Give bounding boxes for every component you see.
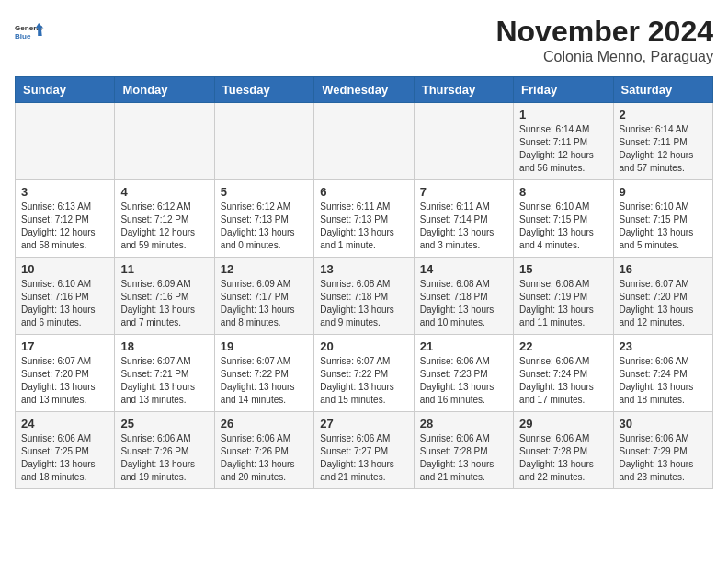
day-number: 5 [221,185,308,199]
table-row: 30Sunrise: 6:06 AMSunset: 7:29 PMDayligh… [613,412,712,489]
day-info: Sunrise: 6:13 AMSunset: 7:12 PMDaylight:… [21,201,108,252]
day-info: Sunrise: 6:08 AMSunset: 7:18 PMDaylight:… [320,278,407,329]
day-number: 16 [620,262,707,276]
day-number: 8 [519,185,607,199]
day-info: Sunrise: 6:10 AMSunset: 7:15 PMDaylight:… [620,201,707,252]
table-row: 12Sunrise: 6:09 AMSunset: 7:17 PMDayligh… [214,258,313,335]
day-number: 29 [519,417,607,431]
day-info: Sunrise: 6:06 AMSunset: 7:24 PMDaylight:… [620,355,707,407]
table-row: 6Sunrise: 6:11 AMSunset: 7:13 PMDaylight… [314,180,414,258]
table-row: 15Sunrise: 6:08 AMSunset: 7:19 PMDayligh… [514,258,613,335]
main-title: November 2024 [495,15,713,49]
day-info: Sunrise: 6:14 AMSunset: 7:11 PMDaylight:… [519,123,607,175]
day-number: 24 [21,417,108,431]
table-row [414,103,513,180]
day-info: Sunrise: 6:06 AMSunset: 7:25 PMDaylight:… [21,432,108,484]
table-row: 10Sunrise: 6:10 AMSunset: 7:16 PMDayligh… [16,258,115,335]
table-row: 28Sunrise: 6:06 AMSunset: 7:28 PMDayligh… [414,412,513,489]
week-row-2: 3Sunrise: 6:13 AMSunset: 7:12 PMDaylight… [16,180,713,258]
day-info: Sunrise: 6:07 AMSunset: 7:22 PMDaylight:… [221,355,308,407]
table-row: 23Sunrise: 6:06 AMSunset: 7:24 PMDayligh… [613,335,712,412]
day-info: Sunrise: 6:07 AMSunset: 7:20 PMDaylight:… [21,355,108,407]
table-row: 21Sunrise: 6:06 AMSunset: 7:23 PMDayligh… [414,335,513,412]
day-number: 14 [420,262,507,276]
table-row: 17Sunrise: 6:07 AMSunset: 7:20 PMDayligh… [16,335,115,412]
day-number: 1 [519,108,607,121]
day-info: Sunrise: 6:10 AMSunset: 7:15 PMDaylight:… [519,201,607,252]
table-row: 18Sunrise: 6:07 AMSunset: 7:21 PMDayligh… [115,335,214,412]
day-number: 22 [519,339,607,353]
week-row-4: 17Sunrise: 6:07 AMSunset: 7:20 PMDayligh… [16,335,713,412]
day-info: Sunrise: 6:09 AMSunset: 7:17 PMDaylight:… [221,278,308,329]
day-number: 27 [320,417,407,431]
day-info: Sunrise: 6:14 AMSunset: 7:11 PMDaylight:… [620,123,707,175]
day-info: Sunrise: 6:06 AMSunset: 7:29 PMDaylight:… [620,432,707,484]
week-row-3: 10Sunrise: 6:10 AMSunset: 7:16 PMDayligh… [16,258,713,335]
day-info: Sunrise: 6:07 AMSunset: 7:22 PMDaylight:… [320,355,407,407]
day-number: 7 [420,185,507,199]
subtitle: Colonia Menno, Paraguay [495,49,713,65]
day-number: 28 [420,417,507,431]
header: GeneralBlue General Blue November 2024 C… [15,15,713,65]
header-tuesday: Tuesday [214,77,313,103]
day-info: Sunrise: 6:08 AMSunset: 7:19 PMDaylight:… [519,278,607,329]
table-row: 29Sunrise: 6:06 AMSunset: 7:28 PMDayligh… [514,412,613,489]
svg-text:Blue: Blue [15,32,31,40]
day-info: Sunrise: 6:11 AMSunset: 7:13 PMDaylight:… [320,201,407,252]
day-number: 21 [420,339,507,353]
day-number: 20 [320,339,407,353]
table-row: 25Sunrise: 6:06 AMSunset: 7:26 PMDayligh… [115,412,214,489]
calendar-table: Sunday Monday Tuesday Wednesday Thursday… [15,76,713,489]
table-row: 5Sunrise: 6:12 AMSunset: 7:13 PMDaylight… [214,180,313,258]
day-number: 9 [620,185,707,199]
day-number: 19 [221,339,308,353]
day-info: Sunrise: 6:06 AMSunset: 7:24 PMDaylight:… [519,355,607,407]
week-row-1: 1Sunrise: 6:14 AMSunset: 7:11 PMDaylight… [16,103,713,180]
day-info: Sunrise: 6:11 AMSunset: 7:14 PMDaylight:… [420,201,507,252]
table-row: 19Sunrise: 6:07 AMSunset: 7:22 PMDayligh… [214,335,313,412]
title-area: November 2024 Colonia Menno, Paraguay [495,15,713,65]
day-info: Sunrise: 6:06 AMSunset: 7:28 PMDaylight:… [420,432,507,484]
header-wednesday: Wednesday [314,77,414,103]
header-monday: Monday [115,77,214,103]
day-number: 3 [21,185,108,199]
day-info: Sunrise: 6:06 AMSunset: 7:26 PMDaylight:… [120,432,208,484]
day-info: Sunrise: 6:09 AMSunset: 7:16 PMDaylight:… [120,278,208,329]
day-info: Sunrise: 6:06 AMSunset: 7:28 PMDaylight:… [519,432,607,484]
day-info: Sunrise: 6:06 AMSunset: 7:23 PMDaylight:… [420,355,507,407]
day-number: 26 [221,417,308,431]
table-row: 20Sunrise: 6:07 AMSunset: 7:22 PMDayligh… [314,335,414,412]
table-row: 16Sunrise: 6:07 AMSunset: 7:20 PMDayligh… [613,258,712,335]
day-info: Sunrise: 6:07 AMSunset: 7:20 PMDaylight:… [620,278,707,329]
day-info: Sunrise: 6:06 AMSunset: 7:26 PMDaylight:… [221,432,308,484]
table-row: 24Sunrise: 6:06 AMSunset: 7:25 PMDayligh… [16,412,115,489]
table-row: 4Sunrise: 6:12 AMSunset: 7:12 PMDaylight… [115,180,214,258]
table-row: 22Sunrise: 6:06 AMSunset: 7:24 PMDayligh… [514,335,613,412]
day-number: 10 [21,262,108,276]
day-info: Sunrise: 6:07 AMSunset: 7:21 PMDaylight:… [120,355,208,407]
day-number: 6 [320,185,407,199]
table-row: 3Sunrise: 6:13 AMSunset: 7:12 PMDaylight… [16,180,115,258]
calendar-header-row: Sunday Monday Tuesday Wednesday Thursday… [16,77,713,103]
day-number: 11 [120,262,208,276]
table-row [214,103,313,180]
day-number: 2 [620,108,707,121]
day-number: 15 [519,262,607,276]
header-saturday: Saturday [613,77,712,103]
day-number: 13 [320,262,407,276]
day-number: 23 [620,339,707,353]
day-number: 30 [620,417,707,431]
table-row: 26Sunrise: 6:06 AMSunset: 7:26 PMDayligh… [214,412,313,489]
day-number: 25 [120,417,208,431]
table-row [314,103,414,180]
day-number: 18 [120,339,208,353]
table-row: 1Sunrise: 6:14 AMSunset: 7:11 PMDaylight… [514,103,613,180]
table-row [115,103,214,180]
logo-icon: GeneralBlue [15,15,48,48]
day-number: 17 [21,339,108,353]
day-info: Sunrise: 6:06 AMSunset: 7:27 PMDaylight:… [320,432,407,484]
day-number: 12 [221,262,308,276]
logo: GeneralBlue General Blue [15,15,48,48]
table-row: 8Sunrise: 6:10 AMSunset: 7:15 PMDaylight… [514,180,613,258]
table-row: 2Sunrise: 6:14 AMSunset: 7:11 PMDaylight… [613,103,712,180]
